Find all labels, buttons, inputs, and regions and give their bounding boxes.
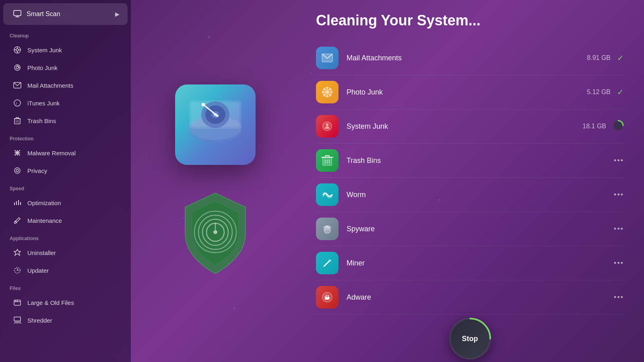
svg-line-45 [16, 322, 17, 323]
right-panel: Cleaning Your System... Mail Attachments… [300, 0, 644, 362]
svg-point-37 [14, 222, 17, 224]
sidebar-item-trash-bins[interactable]: Trash Bins [3, 112, 128, 129]
scan-name-system: System Junk [347, 122, 582, 131]
scan-status-photo: ✓ [617, 87, 624, 97]
sidebar-item-updater[interactable]: Updater [3, 262, 128, 279]
svg-line-91 [324, 261, 330, 266]
sidebar-item-label: Trash Bins [27, 117, 56, 124]
files-icon [13, 298, 22, 307]
sidebar-item-mail-attachments[interactable]: Mail Attachments [3, 77, 128, 94]
scan-icon-spyware [316, 218, 339, 240]
scan-item-miner: Miner ••• [316, 246, 624, 280]
sidebar-item-malware-removal[interactable]: Malware Removal [3, 144, 128, 161]
section-label-speed: Speed [0, 179, 131, 194]
svg-line-48 [20, 322, 21, 323]
svg-text:♪: ♪ [15, 101, 17, 105]
svg-rect-43 [14, 317, 21, 321]
sidebar-item-itunes-junk[interactable]: ♪ iTunes Junk [3, 95, 128, 111]
svg-point-4 [16, 49, 19, 51]
svg-point-32 [16, 169, 19, 172]
scan-name-mail: Mail Attachments [347, 54, 587, 62]
scan-icon-miner [316, 252, 339, 274]
scan-item-mail-attachments: Mail Attachments 8.91 GB ✓ [316, 41, 624, 75]
scan-name-spyware: Spyware [347, 225, 607, 233]
scan-size-photo: 5.12 GB [587, 88, 611, 96]
svg-point-31 [14, 168, 20, 173]
shield-icon [175, 189, 256, 278]
scan-icon-mail [316, 47, 339, 69]
sidebar-item-optimization[interactable]: Optimization [3, 194, 128, 211]
scan-size-mail: 8.91 GB [587, 54, 611, 62]
itunes-icon: ♪ [13, 99, 22, 107]
svg-point-64 [325, 90, 329, 94]
sidebar-item-shredder[interactable]: Shredder [3, 312, 128, 329]
scan-status-mail: ✓ [617, 53, 624, 63]
scan-status-worm: ••• [614, 191, 624, 199]
section-label-applications: Applications [0, 229, 131, 244]
sidebar-item-photo-junk[interactable]: Photo Junk [3, 59, 128, 76]
sidebar-item-label: Optimization [27, 200, 61, 206]
photo-junk-icon [13, 63, 22, 72]
scan-name-miner: Miner [347, 259, 607, 267]
scan-status-adware: ••• [614, 293, 624, 302]
section-label-files: Files [0, 279, 131, 294]
scan-status-miner: ••• [614, 259, 624, 267]
updater-icon [13, 266, 22, 275]
svg-point-86 [324, 227, 330, 233]
scan-icon-system [316, 115, 339, 138]
sidebar-item-label: System Junk [27, 47, 62, 53]
optimization-icon [13, 198, 22, 207]
scan-icon-worm [316, 183, 339, 206]
sidebar-item-maintenance[interactable]: Maintenance [3, 212, 128, 229]
svg-rect-0 [14, 10, 21, 16]
sidebar-item-label: iTunes Junk [27, 100, 60, 107]
sidebar-item-uninstaller[interactable]: Uninstaller [3, 244, 128, 261]
scan-icon-photo [316, 81, 339, 103]
sidebar-item-label: Large & Old Files [27, 299, 74, 306]
sidebar-item-label: Privacy [27, 167, 47, 174]
scan-icon-trash [316, 149, 339, 172]
scan-status-trash: ••• [614, 156, 624, 165]
svg-point-89 [326, 230, 327, 230]
svg-point-60 [213, 230, 217, 234]
smart-scan-chevron: ▶ [115, 11, 120, 17]
sidebar-item-label: Updater [27, 267, 49, 274]
scan-item-photo-junk: Photo Junk 5.12 GB ✓ [316, 75, 624, 109]
scan-item-adware: Adware ••• [316, 280, 624, 315]
smart-scan-label: Smart Scan [27, 10, 60, 18]
trash-icon [13, 116, 22, 125]
svg-point-90 [328, 230, 329, 230]
scan-name-photo: Photo Junk [347, 88, 587, 97]
svg-point-59 [216, 115, 219, 117]
scan-size-system: 18.1 GB [582, 123, 606, 130]
smart-scan-icon [13, 9, 22, 19]
sidebar-item-system-junk[interactable]: System Junk [3, 41, 128, 58]
stop-button[interactable]: Stop [450, 319, 490, 359]
section-label-protection: Protection [0, 130, 131, 144]
scan-item-worm: Worm ••• [316, 178, 624, 212]
scan-status-system [613, 120, 624, 133]
scan-status-spyware: ••• [614, 225, 624, 233]
shredder-icon [13, 316, 22, 325]
scan-item-trash-bins: Trash Bins ••• [316, 144, 624, 178]
maintenance-icon [13, 216, 22, 225]
scan-name-worm: Worm [347, 191, 607, 199]
sidebar-item-label: Mail Attachments [27, 82, 73, 89]
sidebar-item-large-old-files[interactable]: Large & Old Files [3, 294, 128, 311]
sidebar-item-label: Shredder [27, 317, 52, 324]
sidebar-item-privacy[interactable]: Privacy [3, 162, 128, 179]
mail-icon [13, 81, 22, 90]
sidebar-item-label: Uninstaller [27, 249, 56, 256]
scan-icon-adware [316, 286, 339, 309]
sidebar: Smart Scan ▶ Cleanup System Junk [0, 0, 131, 362]
system-junk-icon [13, 45, 22, 54]
sidebar-item-label: Maintenance [27, 217, 62, 224]
malware-icon [13, 148, 22, 157]
scan-name-trash: Trash Bins [347, 156, 607, 165]
scan-item-spyware: Spyware ••• [316, 212, 624, 246]
stop-button-area: Stop [316, 319, 624, 362]
disk-icon [175, 84, 256, 165]
sidebar-item-smart-scan[interactable]: Smart Scan ▶ [3, 3, 128, 25]
svg-line-44 [14, 322, 15, 323]
scan-name-adware: Adware [347, 293, 607, 302]
